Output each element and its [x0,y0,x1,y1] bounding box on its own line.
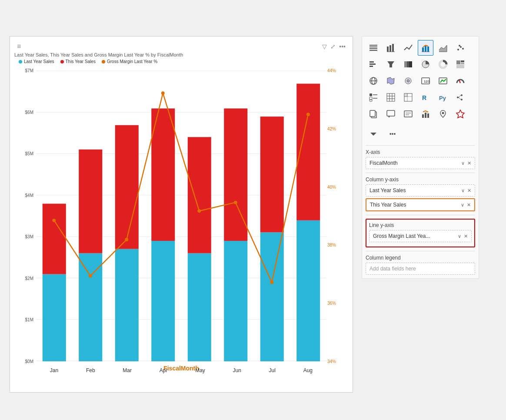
svg-text:123: 123 [424,80,430,83]
svg-marker-40 [387,77,394,84]
more-icon[interactable]: ••• [339,43,346,50]
right-panel: 123 [362,36,479,279]
viz-icon-copy[interactable] [366,106,381,122]
viz-icon-table[interactable] [383,90,399,105]
viz-icon-kpi[interactable] [435,73,451,89]
viz-icon-decomp-tree[interactable] [453,90,468,105]
svg-point-20 [457,49,459,50]
viz-icon-donut[interactable] [435,57,451,72]
x-label-aug: Aug [303,367,313,373]
bar-mar-last-year[interactable] [115,249,139,361]
x-axis-remove[interactable]: ✕ [467,160,471,166]
bar-feb-this-year[interactable] [79,150,102,253]
x-axis-label: X-axis [366,149,475,155]
bar-may-this-year[interactable] [188,137,211,253]
viz-icon-stacked-bar[interactable] [400,57,416,72]
viz-icon-text-box[interactable] [400,106,416,122]
svg-rect-10 [370,48,377,49]
svg-rect-52 [387,93,395,101]
viz-icon-funnel[interactable] [383,57,399,72]
viz-icon-map-pin[interactable] [435,106,451,122]
bar-apr-last-year[interactable] [151,241,175,361]
viz-icon-combo-chart[interactable] [418,40,433,56]
hamburger-icon[interactable]: ≡ [17,43,21,50]
bar-jul-this-year[interactable] [260,117,284,232]
bar-aug-last-year[interactable] [296,220,320,361]
viz-icon-card[interactable]: 123 [418,73,433,89]
svg-rect-28 [404,61,407,67]
svg-point-42 [407,80,409,82]
viz-icon-bar-w-line[interactable] [418,106,433,122]
column-y-axis-field-2-chevron[interactable]: ∨ [461,202,464,208]
viz-icon-shape-map[interactable] [400,73,416,89]
bar-jan-last-year[interactable] [43,274,66,361]
viz-icon-python[interactable]: Py [435,90,451,105]
bar-jan-this-year[interactable] [43,204,66,274]
viz-icon-filled-map[interactable] [383,73,399,89]
svg-rect-49 [370,100,372,101]
viz-icon-table-lines[interactable] [366,40,381,56]
column-y-axis-label: Column y-axis [366,177,475,183]
x-label-feb: Feb [86,367,95,373]
legend-item-this-year: This Year Sales [60,59,96,64]
line-y-axis-field[interactable]: Gross Margin Last Yea... ∨ ✕ [369,230,472,242]
column-y-axis-field-2[interactable]: This Year Sales ∨ ✕ [366,198,475,211]
svg-rect-11 [370,50,377,51]
column-y-axis-field-2-remove[interactable]: ✕ [467,202,471,208]
viz-icon-area-chart[interactable] [435,40,451,56]
line-dot-may [197,209,201,213]
chart-header: ≡ ▽ ⤢ ••• [14,41,348,52]
x-axis-field-box[interactable]: FiscalMonth ∨ ✕ [366,157,475,169]
x-label-jun: Jun [233,367,241,373]
svg-rect-9 [370,47,377,47]
viz-icon-slicer[interactable] [366,90,381,105]
svg-rect-26 [370,66,373,67]
bar-jul-last-year[interactable] [260,232,284,361]
filter-icon[interactable]: ▽ [322,43,327,50]
bar-mar-this-year[interactable] [115,125,139,249]
viz-icon-comment[interactable] [383,106,399,122]
legend-dot-last-year [19,60,22,63]
column-legend-label: Column legend [366,255,475,261]
viz-icon-treemap[interactable] [453,57,468,72]
expand-icons-button[interactable] [366,126,381,142]
viz-icon-custom-visual[interactable] [453,106,468,122]
line-y-axis-remove[interactable]: ✕ [464,233,468,239]
column-y-axis-field-1-chevron[interactable]: ∨ [461,188,465,193]
viz-icon-globe[interactable] [366,73,381,89]
viz-icon-pie[interactable] [418,57,433,72]
x-axis-chevron[interactable]: ∨ [461,160,465,166]
y-right-40: 40% [327,185,343,190]
viz-icon-clustered-bar[interactable] [366,57,381,72]
expand-icon[interactable]: ⤢ [330,43,336,50]
svg-rect-35 [461,63,464,64]
column-y-axis-field-1[interactable]: Last Year Sales ∨ ✕ [366,184,475,197]
svg-rect-72 [404,111,412,117]
svg-rect-25 [370,63,376,65]
viz-icon-scatter[interactable] [453,40,468,56]
svg-rect-12 [387,47,389,52]
bar-jun-last-year[interactable] [224,241,247,361]
bar-feb-last-year[interactable] [79,253,102,361]
line-y-axis-chevron[interactable]: ∨ [458,233,461,239]
viz-icon-gauge[interactable] [453,73,468,89]
svg-line-66 [459,95,461,97]
bar-may-last-year[interactable] [188,253,211,361]
chart-toolbar: ▽ ⤢ ••• [322,43,346,50]
add-data-fields[interactable]: Add data fields here [366,263,475,275]
viz-icon-bar-chart[interactable] [383,40,399,56]
svg-rect-47 [370,93,372,96]
line-y-axis-field-text: Gross Margin Last Yea... [373,233,430,239]
svg-rect-76 [425,113,426,118]
svg-rect-75 [422,114,424,118]
more-visuals-button[interactable]: ••• [385,126,400,142]
svg-rect-70 [387,110,395,116]
column-y-axis-field-1-remove[interactable]: ✕ [467,188,471,193]
viz-icon-line-chart[interactable] [400,40,416,56]
viz-icon-matrix[interactable] [400,90,416,105]
svg-point-21 [460,46,462,48]
viz-icon-r-script[interactable]: R [418,90,433,105]
svg-rect-48 [370,97,372,100]
bar-apr-this-year[interactable] [151,108,175,241]
svg-rect-8 [370,45,377,46]
